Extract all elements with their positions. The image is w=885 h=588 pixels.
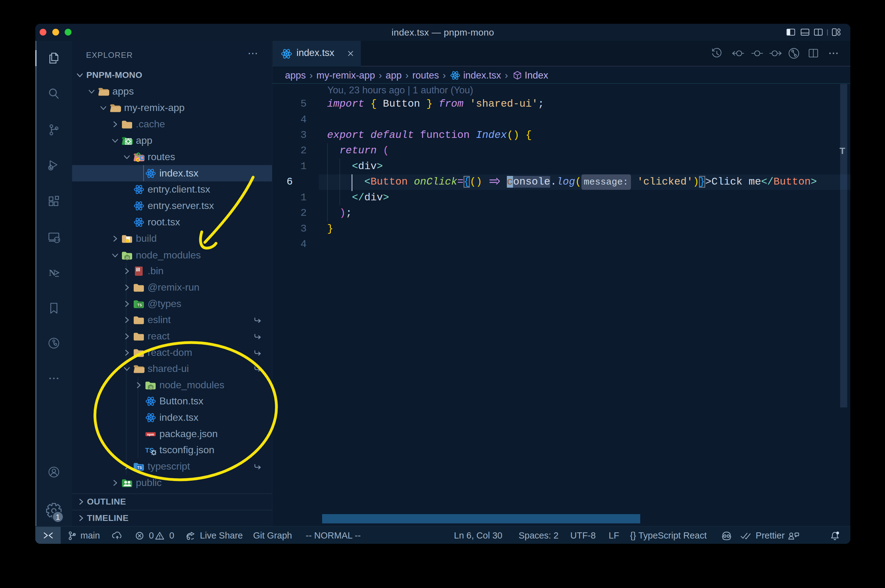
svg-text:TS: TS	[137, 466, 142, 470]
svg-text:N: N	[49, 267, 56, 278]
svg-text:TS: TS	[137, 303, 142, 307]
svg-text:10: 10	[137, 270, 139, 272]
svg-text:JS: JS	[149, 386, 152, 390]
svg-text:JS: JS	[125, 256, 129, 260]
svg-text:npm: npm	[147, 432, 154, 436]
